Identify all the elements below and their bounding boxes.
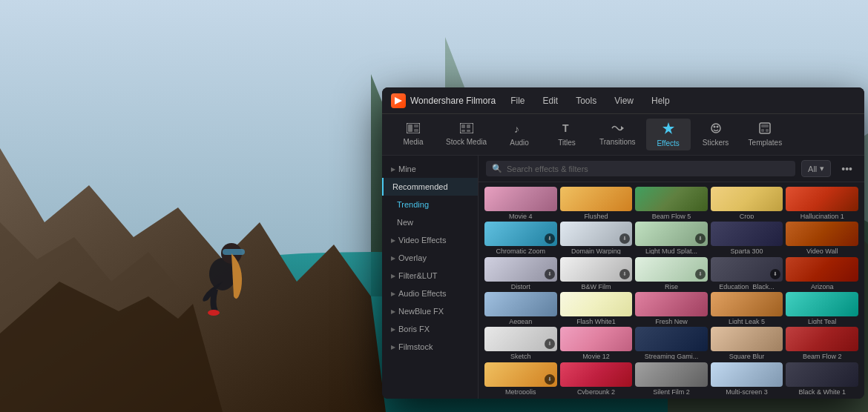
effect-item-sketch[interactable]: ⬇Sketch [484, 327, 557, 359]
menu-view[interactable]: View [611, 94, 637, 107]
effect-item-flashwhite[interactable]: Flash White1 [560, 292, 633, 324]
media-label: Media [403, 138, 423, 146]
stickers-label: Stickers [703, 139, 729, 147]
tool-templates[interactable]: Templates [741, 119, 790, 150]
menu-help[interactable]: Help [648, 94, 673, 107]
effect-item-silentfilm2[interactable]: Silent Film 2 [635, 362, 708, 394]
arrow-icon: ▶ [391, 326, 395, 333]
filter-label: All [808, 165, 817, 173]
effect-item-crop[interactable]: Crop [711, 187, 783, 219]
effect-item-videowall[interactable]: Video Wall [786, 222, 858, 253]
effect-label-lightteal: Light Teal [786, 316, 858, 324]
effect-item-aegean[interactable]: Aegean [484, 292, 557, 324]
effect-thumb-flushed [560, 187, 633, 211]
effect-thumb-videowall [786, 222, 858, 246]
effect-thumb-squarblur [711, 327, 783, 351]
effect-item-squarblur[interactable]: Square Blur [711, 327, 783, 359]
effect-item-sparta[interactable]: Sparta 300 [711, 222, 783, 253]
svg-text:T: T [562, 122, 569, 134]
effect-item-movie4[interactable]: Movie 4 [484, 187, 557, 219]
menu-file[interactable]: File [507, 94, 527, 107]
sidebar-item-recommended[interactable]: Recommended [382, 178, 478, 196]
effect-label-domainwarp: Domain Warping [560, 246, 633, 253]
effect-thumb-streaminggame [635, 327, 708, 351]
sidebar-filmstock-label: Filmstock [398, 342, 433, 351]
svg-rect-32 [761, 129, 764, 132]
tool-effects[interactable]: Effects [646, 119, 691, 150]
effect-item-lightleak5[interactable]: Light Leak 5 [711, 292, 783, 324]
sidebar-item-newblue-fx[interactable]: ▶ NewBlue FX [382, 302, 478, 320]
sidebar-item-audio-effects[interactable]: ▶ Audio Effects [382, 285, 478, 302]
effect-label-videowall: Video Wall [786, 246, 858, 253]
tool-audio[interactable]: ♪ Audio [497, 119, 542, 150]
sidebar-item-boris-fx[interactable]: ▶ Boris FX [382, 320, 478, 338]
effect-label-chromatic: Chromatic Zoom [484, 246, 557, 253]
download-badge: ⬇ [545, 374, 555, 385]
titles-icon: T [561, 122, 573, 137]
effect-item-beamflow5[interactable]: Beam Flow 5 [635, 187, 708, 219]
effect-label-beamflow2: Beam Flow 2 [786, 351, 858, 359]
effect-item-hallucination1[interactable]: Hallucination 1 [786, 187, 858, 219]
sidebar-item-filter-lut[interactable]: ▶ Filter&LUT [382, 267, 478, 285]
effect-thumb-flashwhite [560, 292, 633, 316]
more-options-button[interactable]: ••• [837, 162, 857, 176]
effect-item-domainwarp[interactable]: ⬇Domain Warping [560, 222, 633, 253]
svg-rect-16 [414, 124, 418, 127]
tool-titles[interactable]: T Titles [545, 119, 589, 150]
effect-label-bwfilm: B&W Film [560, 282, 633, 289]
effect-item-chromatic[interactable]: ⬇Chromatic Zoom [484, 222, 557, 253]
effect-label-hallucination1: Hallucination 1 [786, 211, 858, 219]
effect-label-streaminggame: Streaming Gami... [635, 351, 708, 359]
svg-rect-19 [461, 124, 465, 128]
effect-item-bwfilm[interactable]: ⬇B&W Film [560, 257, 633, 289]
menu-tools[interactable]: Tools [573, 94, 599, 107]
effect-thumb-crop [711, 187, 783, 211]
effect-item-movie12[interactable]: Movie 12 [560, 327, 633, 359]
filter-dropdown[interactable]: All ▾ [801, 160, 831, 177]
tool-media[interactable]: Media [391, 120, 435, 149]
sidebar-item-trending[interactable]: Trending [382, 196, 478, 213]
effect-item-freshnew[interactable]: Fresh New [635, 292, 708, 324]
sidebar-item-video-effects[interactable]: ▶ Video Effects [382, 231, 478, 249]
effect-item-lightteal[interactable]: Light Teal [786, 292, 858, 324]
download-badge: ⬇ [619, 233, 630, 244]
download-badge: ⬇ [619, 269, 630, 279]
effect-item-bw1[interactable]: Black & White 1 [786, 362, 858, 394]
media-icon [407, 123, 420, 136]
effect-item-education[interactable]: ⬇Education_Black... [711, 257, 783, 289]
menu-edit[interactable]: Edit [540, 94, 562, 107]
sidebar-item-new[interactable]: New [382, 213, 478, 231]
effect-item-lightmud[interactable]: ⬇Light Mud Splat... [635, 222, 708, 253]
download-badge: ⬇ [545, 269, 555, 279]
tool-stickers[interactable]: Stickers [694, 119, 738, 150]
effect-item-distort[interactable]: ⬇Distort [484, 257, 557, 289]
effect-item-flushed[interactable]: Flushed [560, 187, 633, 219]
tool-stock-media[interactable]: Stock Media [438, 120, 494, 149]
effect-item-streaminggame[interactable]: Streaming Gami... [635, 327, 708, 359]
svg-rect-15 [408, 124, 412, 132]
effects-label: Effects [657, 139, 679, 147]
arrow-icon: ▶ [391, 166, 395, 173]
effect-item-cyberpunk2[interactable]: Cyberpunk 2 [560, 362, 633, 394]
effect-item-beamflow2[interactable]: Beam Flow 2 [786, 327, 858, 359]
tool-transitions[interactable]: Transitions [592, 120, 643, 149]
effect-thumb-silentfilm2 [635, 362, 708, 387]
sidebar-item-filmstock[interactable]: ▶ Filmstock [382, 338, 478, 356]
effect-thumb-lightteal [786, 292, 858, 316]
svg-rect-20 [467, 124, 470, 128]
effect-label-freshnew: Fresh New [635, 316, 708, 324]
effect-thumb-multiscreen [711, 362, 783, 387]
effect-thumb-beamflow5 [635, 187, 708, 211]
chevron-down-icon: ▾ [820, 164, 824, 173]
search-input[interactable] [507, 165, 789, 173]
sidebar-item-mine[interactable]: ▶ Mine [382, 160, 478, 178]
sidebar-item-overlay[interactable]: ▶ Overlay [382, 249, 478, 267]
effect-item-metropolis[interactable]: ⬇Metropolis [484, 362, 557, 394]
effect-thumb-bw1 [786, 362, 858, 387]
effect-thumb-beamflow2 [786, 327, 858, 351]
effect-label-flushed: Flushed [560, 211, 633, 219]
effect-item-multiscreen[interactable]: Multi-screen 3 [711, 362, 783, 394]
audio-icon: ♪ [514, 122, 525, 137]
effect-item-arizona[interactable]: Arizona [786, 257, 858, 289]
effect-item-rise[interactable]: ⬇Rise [635, 257, 708, 289]
